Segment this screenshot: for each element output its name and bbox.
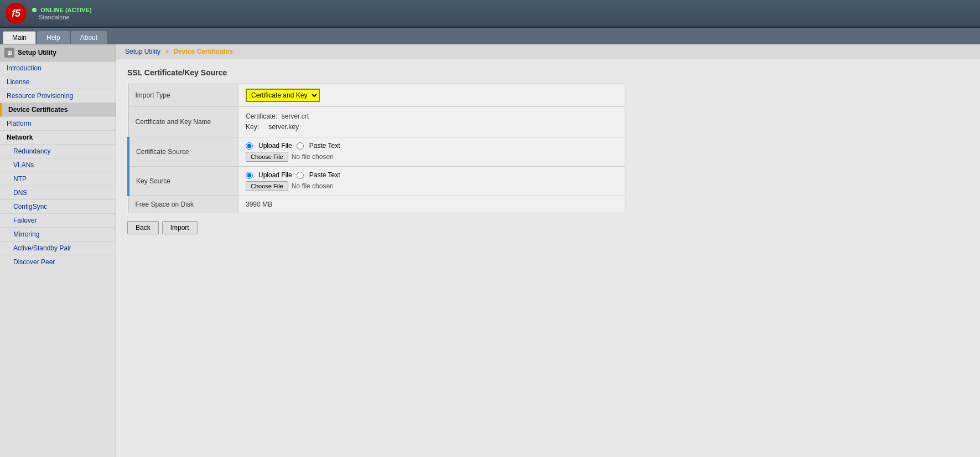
cert-key-name-label: Certificate and Key Name <box>128 107 239 137</box>
section-title: SSL Certificate/Key Source <box>127 68 969 77</box>
back-button[interactable]: Back <box>127 221 159 234</box>
sidebar-item-license[interactable]: License <box>0 75 116 89</box>
import-type-label: Import Type <box>128 84 239 107</box>
import-button[interactable]: Import <box>162 221 198 234</box>
key-value-text: server.key <box>268 123 299 131</box>
status-mode-text: Standalone <box>32 14 92 20</box>
cert-no-file-text: No file chosen <box>292 153 334 161</box>
sidebar-item-ntp[interactable]: NTP <box>0 172 116 186</box>
tab-help[interactable]: Help <box>37 31 70 44</box>
key-label-text: Key: <box>246 123 259 131</box>
key-source-cell: Upload File Paste Text Choose File No fi… <box>239 167 625 196</box>
key-no-file-text: No file chosen <box>292 182 334 190</box>
key-upload-radio[interactable] <box>246 172 253 179</box>
sidebar-item-configsync[interactable]: ConfigSync <box>0 200 116 214</box>
sidebar-item-active-standby-pair[interactable]: Active/Standby Pair <box>0 242 116 255</box>
free-space-label: Free Space on Disk <box>128 196 239 213</box>
cert-choose-file-btn[interactable]: Choose File <box>246 152 288 162</box>
sidebar-item-mirroring[interactable]: Mirroring <box>0 228 116 242</box>
main-layout: ⊞ Setup Utility Introduction License Res… <box>0 44 980 457</box>
form-table: Import Type Certificate and Key Certific… <box>127 84 625 213</box>
sidebar-header: ⊞ Setup Utility <box>0 44 116 61</box>
key-line: Key: server.key <box>246 122 618 132</box>
sidebar-item-discover-peer[interactable]: Discover Peer <box>0 255 116 269</box>
free-space-row: Free Space on Disk 3990 MB <box>128 196 625 213</box>
breadcrumb-parent[interactable]: Setup Utility <box>125 48 160 55</box>
cert-key-name-row: Certificate and Key Name Certificate: se… <box>128 107 625 137</box>
cert-source-radio-row: Upload File Paste Text <box>246 142 618 150</box>
breadcrumb-arrow: » <box>165 48 169 55</box>
sidebar-item-redundancy[interactable]: Redundancy <box>0 145 116 158</box>
status-online-text: ONLINE (ACTIVE) <box>32 6 92 14</box>
import-type-select[interactable]: Certificate and Key Certificate Key <box>246 89 320 102</box>
cert-upload-radio[interactable] <box>246 142 253 150</box>
header: f5 ONLINE (ACTIVE) Standalone <box>0 0 980 28</box>
logo-area: f5 ONLINE (ACTIVE) Standalone <box>6 3 92 24</box>
sidebar-header-icon: ⊞ <box>4 48 14 58</box>
cert-key-display: Certificate: server.crt Key: server.key <box>246 111 618 132</box>
key-paste-label: Paste Text <box>309 171 340 179</box>
free-space-cell: 3990 MB <box>239 196 625 213</box>
tab-bar: Main Help About <box>0 28 980 44</box>
certificate-value-text: server.crt <box>282 112 309 120</box>
sidebar-item-platform[interactable]: Platform <box>0 117 116 131</box>
cert-paste-label: Paste Text <box>309 142 340 150</box>
sidebar-item-dns[interactable]: DNS <box>0 186 116 200</box>
cert-key-name-cell: Certificate: server.crt Key: server.key <box>239 107 625 137</box>
key-source-label: Key Source <box>128 167 239 196</box>
import-type-cell: Certificate and Key Certificate Key <box>239 84 625 107</box>
cert-paste-radio[interactable] <box>297 142 304 150</box>
status-indicator <box>32 8 37 12</box>
cert-file-choose-row: Choose File No file chosen <box>246 152 618 162</box>
key-file-choose-row: Choose File No file chosen <box>246 181 618 191</box>
sidebar-header-label: Setup Utility <box>18 49 56 57</box>
breadcrumb: Setup Utility » Device Certificates <box>116 44 980 59</box>
certificate-label-text: Certificate: <box>246 112 277 120</box>
key-source-row: Key Source Upload File Paste Text Choose… <box>128 167 625 196</box>
sidebar-item-resource-provisioning[interactable]: Resource Provisioning <box>0 89 116 103</box>
key-paste-radio[interactable] <box>297 172 304 179</box>
key-source-radio-row: Upload File Paste Text <box>246 171 618 179</box>
sidebar-item-device-certificates[interactable]: Device Certificates <box>0 103 116 117</box>
tab-about[interactable]: About <box>71 31 107 44</box>
tab-main[interactable]: Main <box>3 31 36 44</box>
key-choose-file-btn[interactable]: Choose File <box>246 181 288 191</box>
button-area: Back Import <box>127 221 969 234</box>
status-area: ONLINE (ACTIVE) Standalone <box>32 6 92 20</box>
import-type-row: Import Type Certificate and Key Certific… <box>128 84 625 107</box>
sidebar-item-introduction[interactable]: Introduction <box>0 61 116 75</box>
sidebar-item-network[interactable]: Network <box>0 131 116 145</box>
cert-source-label: Certificate Source <box>128 137 239 167</box>
f5-logo: f5 <box>6 3 27 24</box>
content: Setup Utility » Device Certificates SSL … <box>116 44 980 457</box>
cert-source-cell: Upload File Paste Text Choose File No fi… <box>239 137 625 167</box>
sidebar-item-failover[interactable]: Failover <box>0 214 116 228</box>
sidebar-item-vlans[interactable]: VLANs <box>0 158 116 172</box>
cert-source-row: Certificate Source Upload File Paste Tex… <box>128 137 625 167</box>
cert-upload-label: Upload File <box>258 142 292 150</box>
free-space-value: 3990 MB <box>246 201 272 208</box>
sidebar: ⊞ Setup Utility Introduction License Res… <box>0 44 116 457</box>
breadcrumb-current: Device Certificates <box>173 48 232 55</box>
key-upload-label: Upload File <box>258 171 292 179</box>
certificate-line: Certificate: server.crt <box>246 111 618 122</box>
form-area: SSL Certificate/Key Source Import Type C… <box>116 59 980 243</box>
